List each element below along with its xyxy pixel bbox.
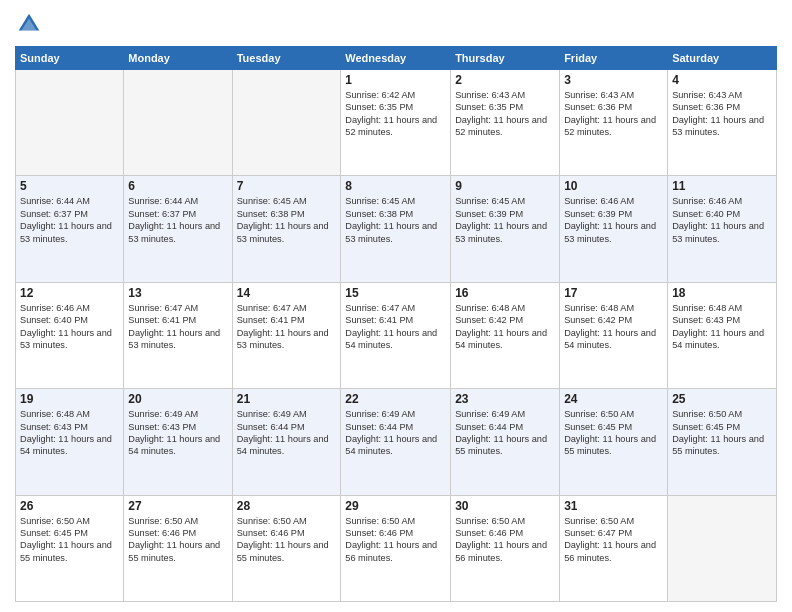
calendar-cell: 9Sunrise: 6:45 AM Sunset: 6:39 PM Daylig… <box>451 176 560 282</box>
weekday-header-tuesday: Tuesday <box>232 47 341 70</box>
day-number: 18 <box>672 286 772 300</box>
weekday-header-thursday: Thursday <box>451 47 560 70</box>
calendar-cell: 12Sunrise: 6:46 AM Sunset: 6:40 PM Dayli… <box>16 282 124 388</box>
page: SundayMondayTuesdayWednesdayThursdayFrid… <box>0 0 792 612</box>
weekday-header-monday: Monday <box>124 47 232 70</box>
day-info: Sunrise: 6:44 AM Sunset: 6:37 PM Dayligh… <box>20 195 119 245</box>
calendar-cell: 25Sunrise: 6:50 AM Sunset: 6:45 PM Dayli… <box>668 389 777 495</box>
day-info: Sunrise: 6:50 AM Sunset: 6:46 PM Dayligh… <box>455 515 555 565</box>
day-info: Sunrise: 6:43 AM Sunset: 6:36 PM Dayligh… <box>672 89 772 139</box>
day-info: Sunrise: 6:49 AM Sunset: 6:44 PM Dayligh… <box>345 408 446 458</box>
day-number: 4 <box>672 73 772 87</box>
day-info: Sunrise: 6:50 AM Sunset: 6:47 PM Dayligh… <box>564 515 663 565</box>
day-info: Sunrise: 6:42 AM Sunset: 6:35 PM Dayligh… <box>345 89 446 139</box>
day-info: Sunrise: 6:49 AM Sunset: 6:43 PM Dayligh… <box>128 408 227 458</box>
day-number: 1 <box>345 73 446 87</box>
day-number: 27 <box>128 499 227 513</box>
weekday-header-wednesday: Wednesday <box>341 47 451 70</box>
day-info: Sunrise: 6:46 AM Sunset: 6:40 PM Dayligh… <box>20 302 119 352</box>
day-info: Sunrise: 6:48 AM Sunset: 6:42 PM Dayligh… <box>564 302 663 352</box>
calendar-cell: 31Sunrise: 6:50 AM Sunset: 6:47 PM Dayli… <box>560 495 668 601</box>
week-row-5: 26Sunrise: 6:50 AM Sunset: 6:45 PM Dayli… <box>16 495 777 601</box>
logo <box>15 10 47 38</box>
day-info: Sunrise: 6:50 AM Sunset: 6:45 PM Dayligh… <box>564 408 663 458</box>
day-info: Sunrise: 6:43 AM Sunset: 6:35 PM Dayligh… <box>455 89 555 139</box>
day-number: 25 <box>672 392 772 406</box>
day-number: 9 <box>455 179 555 193</box>
day-info: Sunrise: 6:48 AM Sunset: 6:43 PM Dayligh… <box>672 302 772 352</box>
day-number: 13 <box>128 286 227 300</box>
day-number: 30 <box>455 499 555 513</box>
calendar-cell: 22Sunrise: 6:49 AM Sunset: 6:44 PM Dayli… <box>341 389 451 495</box>
calendar-cell: 5Sunrise: 6:44 AM Sunset: 6:37 PM Daylig… <box>16 176 124 282</box>
day-info: Sunrise: 6:50 AM Sunset: 6:46 PM Dayligh… <box>237 515 337 565</box>
calendar-cell: 19Sunrise: 6:48 AM Sunset: 6:43 PM Dayli… <box>16 389 124 495</box>
day-number: 31 <box>564 499 663 513</box>
calendar-cell: 1Sunrise: 6:42 AM Sunset: 6:35 PM Daylig… <box>341 70 451 176</box>
weekday-header-sunday: Sunday <box>16 47 124 70</box>
calendar-table: SundayMondayTuesdayWednesdayThursdayFrid… <box>15 46 777 602</box>
day-number: 16 <box>455 286 555 300</box>
week-row-4: 19Sunrise: 6:48 AM Sunset: 6:43 PM Dayli… <box>16 389 777 495</box>
day-number: 6 <box>128 179 227 193</box>
calendar-cell <box>124 70 232 176</box>
weekday-header-saturday: Saturday <box>668 47 777 70</box>
day-info: Sunrise: 6:50 AM Sunset: 6:45 PM Dayligh… <box>20 515 119 565</box>
day-info: Sunrise: 6:49 AM Sunset: 6:44 PM Dayligh… <box>455 408 555 458</box>
day-number: 5 <box>20 179 119 193</box>
day-number: 20 <box>128 392 227 406</box>
day-number: 10 <box>564 179 663 193</box>
day-info: Sunrise: 6:48 AM Sunset: 6:42 PM Dayligh… <box>455 302 555 352</box>
calendar-cell: 11Sunrise: 6:46 AM Sunset: 6:40 PM Dayli… <box>668 176 777 282</box>
day-info: Sunrise: 6:48 AM Sunset: 6:43 PM Dayligh… <box>20 408 119 458</box>
day-number: 19 <box>20 392 119 406</box>
day-info: Sunrise: 6:45 AM Sunset: 6:38 PM Dayligh… <box>345 195 446 245</box>
day-info: Sunrise: 6:45 AM Sunset: 6:39 PM Dayligh… <box>455 195 555 245</box>
weekday-header-friday: Friday <box>560 47 668 70</box>
day-info: Sunrise: 6:47 AM Sunset: 6:41 PM Dayligh… <box>345 302 446 352</box>
day-number: 12 <box>20 286 119 300</box>
week-row-3: 12Sunrise: 6:46 AM Sunset: 6:40 PM Dayli… <box>16 282 777 388</box>
calendar-cell: 23Sunrise: 6:49 AM Sunset: 6:44 PM Dayli… <box>451 389 560 495</box>
calendar-cell: 8Sunrise: 6:45 AM Sunset: 6:38 PM Daylig… <box>341 176 451 282</box>
day-number: 11 <box>672 179 772 193</box>
calendar-cell: 15Sunrise: 6:47 AM Sunset: 6:41 PM Dayli… <box>341 282 451 388</box>
day-number: 24 <box>564 392 663 406</box>
day-number: 7 <box>237 179 337 193</box>
day-number: 14 <box>237 286 337 300</box>
calendar-cell: 20Sunrise: 6:49 AM Sunset: 6:43 PM Dayli… <box>124 389 232 495</box>
calendar-cell: 3Sunrise: 6:43 AM Sunset: 6:36 PM Daylig… <box>560 70 668 176</box>
calendar-cell: 30Sunrise: 6:50 AM Sunset: 6:46 PM Dayli… <box>451 495 560 601</box>
calendar-cell: 26Sunrise: 6:50 AM Sunset: 6:45 PM Dayli… <box>16 495 124 601</box>
day-info: Sunrise: 6:50 AM Sunset: 6:46 PM Dayligh… <box>345 515 446 565</box>
day-info: Sunrise: 6:47 AM Sunset: 6:41 PM Dayligh… <box>128 302 227 352</box>
calendar-cell: 13Sunrise: 6:47 AM Sunset: 6:41 PM Dayli… <box>124 282 232 388</box>
day-info: Sunrise: 6:50 AM Sunset: 6:45 PM Dayligh… <box>672 408 772 458</box>
calendar-cell: 4Sunrise: 6:43 AM Sunset: 6:36 PM Daylig… <box>668 70 777 176</box>
calendar-cell: 27Sunrise: 6:50 AM Sunset: 6:46 PM Dayli… <box>124 495 232 601</box>
day-number: 15 <box>345 286 446 300</box>
calendar-cell: 17Sunrise: 6:48 AM Sunset: 6:42 PM Dayli… <box>560 282 668 388</box>
day-number: 29 <box>345 499 446 513</box>
day-info: Sunrise: 6:44 AM Sunset: 6:37 PM Dayligh… <box>128 195 227 245</box>
calendar-cell: 24Sunrise: 6:50 AM Sunset: 6:45 PM Dayli… <box>560 389 668 495</box>
day-info: Sunrise: 6:50 AM Sunset: 6:46 PM Dayligh… <box>128 515 227 565</box>
day-number: 28 <box>237 499 337 513</box>
day-number: 2 <box>455 73 555 87</box>
calendar-cell <box>668 495 777 601</box>
calendar-cell: 7Sunrise: 6:45 AM Sunset: 6:38 PM Daylig… <box>232 176 341 282</box>
day-number: 3 <box>564 73 663 87</box>
week-row-2: 5Sunrise: 6:44 AM Sunset: 6:37 PM Daylig… <box>16 176 777 282</box>
logo-icon <box>15 10 43 38</box>
day-info: Sunrise: 6:45 AM Sunset: 6:38 PM Dayligh… <box>237 195 337 245</box>
day-info: Sunrise: 6:49 AM Sunset: 6:44 PM Dayligh… <box>237 408 337 458</box>
calendar-cell <box>16 70 124 176</box>
week-row-1: 1Sunrise: 6:42 AM Sunset: 6:35 PM Daylig… <box>16 70 777 176</box>
day-number: 8 <box>345 179 446 193</box>
day-info: Sunrise: 6:46 AM Sunset: 6:39 PM Dayligh… <box>564 195 663 245</box>
calendar-cell: 14Sunrise: 6:47 AM Sunset: 6:41 PM Dayli… <box>232 282 341 388</box>
header <box>15 10 777 38</box>
day-info: Sunrise: 6:46 AM Sunset: 6:40 PM Dayligh… <box>672 195 772 245</box>
day-number: 21 <box>237 392 337 406</box>
calendar-cell: 28Sunrise: 6:50 AM Sunset: 6:46 PM Dayli… <box>232 495 341 601</box>
